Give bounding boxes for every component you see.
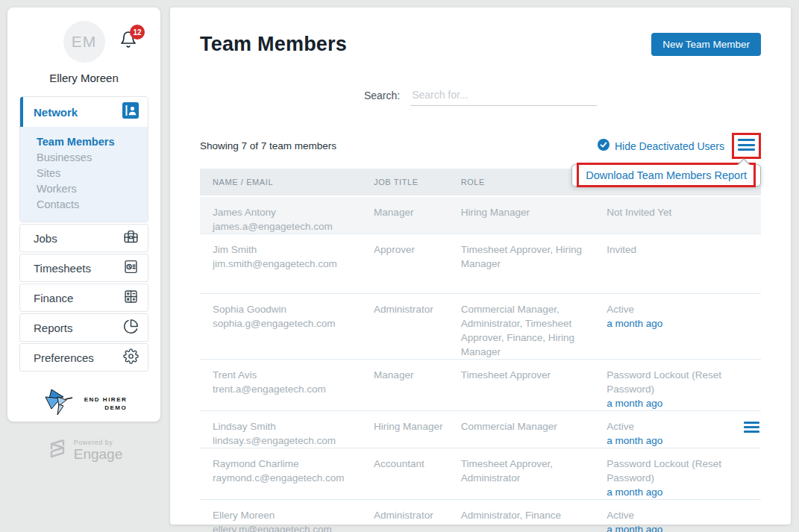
sidebar-item-sites[interactable]: Sites — [37, 166, 148, 181]
sidebar-item-jobs[interactable]: Jobs — [19, 224, 148, 252]
popover-annotation-box: Download Team Members Report — [577, 163, 756, 187]
network-icon — [122, 102, 139, 122]
sidebar-item-label: Finance — [34, 292, 73, 304]
page-title: Team Members — [200, 33, 347, 56]
member-job-title: Accountant — [374, 457, 461, 471]
member-status: Not Invited Yet — [607, 205, 739, 219]
main-panel: Team Members New Team Member Search: Sho… — [170, 7, 791, 525]
member-email: ellery.m@engagetech.com — [213, 522, 366, 532]
team-member-row[interactable]: Sophia Goodwin sophia.g@engagetech.com A… — [200, 294, 761, 360]
member-name: Raymond Charlime — [213, 457, 366, 471]
timesheet-icon — [123, 259, 139, 278]
sidebar: EM 12 Ellery Moreen Network — [7, 7, 160, 422]
network-submenu: Team MembersBusinessesSitesWorkersContac… — [20, 127, 148, 222]
hide-deactivated-toggle[interactable]: Hide Deactivated Users — [598, 139, 724, 153]
sidebar-item-team-members[interactable]: Team Members — [37, 134, 148, 150]
table-controls: Showing 7 of 7 team members Hide Deactiv… — [200, 133, 761, 159]
notifications-button[interactable]: 12 — [119, 30, 138, 51]
profile-section: EM 12 Ellery Moreen — [19, 19, 148, 84]
team-members-table: NAME / EMAIL JOB TITLE ROLE James Antony… — [200, 169, 761, 532]
member-name: James Antony — [213, 205, 366, 219]
team-member-row[interactable]: Raymond Charlime raymond.c@engagetech.co… — [200, 448, 761, 500]
search-label: Search: — [364, 90, 400, 106]
member-job-title: Manager — [374, 368, 461, 382]
row-menu-button[interactable] — [744, 419, 759, 435]
sidebar-item-finance[interactable]: Finance — [19, 284, 148, 312]
sidebar-item-businesses[interactable]: Businesses — [37, 150, 148, 166]
member-email: sophia.g@engagetech.com — [213, 316, 366, 331]
brand-bird-icon — [41, 387, 81, 421]
member-role: Administrator, Finance — [461, 508, 607, 522]
table-body: James Antony james.a@engagetech.com Mana… — [200, 197, 761, 532]
member-status: Active — [607, 508, 739, 522]
brand-text: END HIRER DEMO — [84, 395, 128, 412]
member-email: lindsay.s@engagetech.com — [213, 434, 366, 448]
column-job-title: JOB TITLE — [374, 178, 461, 187]
last-active-link[interactable]: a month ago — [607, 316, 739, 331]
sidebar-item-preferences[interactable]: Preferences — [19, 343, 148, 372]
briefcase-icon — [123, 229, 139, 248]
team-member-row[interactable]: Jim Smith jim.smith@engagetech.com Appro… — [200, 234, 761, 294]
powered-by-engage: Powered by Engage — [7, 435, 160, 466]
member-email: raymond.c@engagetech.com — [213, 471, 366, 485]
bell-icon — [119, 39, 137, 51]
member-role: Timesheet Approver — [461, 368, 607, 382]
member-name: Jim Smith — [213, 242, 366, 257]
member-email: james.a@engagetech.com — [213, 219, 366, 234]
column-name-email: NAME / EMAIL — [200, 178, 374, 187]
member-status: Active — [607, 419, 739, 434]
brand-logo: END HIRER DEMO — [19, 387, 148, 421]
sidebar-item-timesheets[interactable]: Timesheets — [19, 254, 148, 282]
team-member-row[interactable]: Ellery Moreen ellery.m@engagetech.com Ad… — [200, 500, 761, 532]
member-role: Commercial Manager — [461, 419, 607, 434]
sidebar-item-network[interactable]: Network — [20, 97, 148, 127]
last-active-link[interactable]: a month ago — [607, 522, 739, 532]
last-active-link[interactable]: a month ago — [607, 396, 739, 410]
member-job-title: Administrator — [374, 302, 461, 316]
sidebar-item-contacts[interactable]: Contacts — [37, 197, 148, 213]
last-active-link[interactable]: a month ago — [607, 485, 739, 499]
table-menu-button[interactable] — [738, 137, 755, 153]
last-active-link[interactable]: a month ago — [607, 434, 739, 448]
sidebar-item-label: Preferences — [34, 351, 94, 364]
member-role: Hiring Manager — [461, 205, 607, 219]
sidebar-menu: JobsTimesheetsFinanceReportsPreferences — [19, 224, 148, 372]
network-label: Network — [34, 106, 78, 119]
member-name: Sophia Goodwin — [213, 302, 366, 316]
team-member-row[interactable]: James Antony james.a@engagetech.com Mana… — [200, 197, 761, 234]
engage-logo-icon — [46, 435, 68, 466]
team-member-row[interactable]: Lindsay Smith lindsay.s@engagetech.com H… — [200, 411, 761, 448]
showing-count: Showing 7 of 7 team members — [200, 140, 336, 151]
member-role: Timesheet Approver, Hiring Manager — [461, 242, 607, 271]
menu-annotation-box — [732, 133, 761, 159]
calculator-icon — [123, 289, 139, 307]
member-status: Password Lockout (Reset Password) — [607, 368, 739, 396]
brand-line1: END HIRER — [84, 395, 128, 404]
pie-chart-icon — [123, 319, 139, 337]
member-name: Trent Avis — [213, 368, 366, 382]
sidebar-item-label: Reports — [34, 322, 73, 334]
download-report-menu-item[interactable]: Download Team Members Report — [586, 169, 747, 181]
gear-icon — [123, 348, 139, 367]
avatar[interactable]: EM — [63, 21, 105, 63]
powered-by-label: Powered by — [74, 439, 123, 446]
team-member-row[interactable]: Trent Avis trent.a@engagetech.com Manage… — [200, 360, 761, 411]
member-status: Active — [607, 302, 739, 316]
member-status: Password Lockout (Reset Password) — [607, 457, 739, 485]
sidebar-nav: Network Team MembersBusinessesSitesWorke… — [19, 96, 148, 372]
member-status: Invited — [607, 242, 739, 257]
new-team-member-button[interactable]: New Team Member — [651, 33, 761, 56]
member-name: Ellery Moreen — [213, 508, 366, 522]
network-group: Network Team MembersBusinessesSitesWorke… — [19, 96, 148, 222]
sidebar-item-reports[interactable]: Reports — [19, 313, 148, 342]
member-email: jim.smith@engagetech.com — [213, 257, 366, 271]
sidebar-item-workers[interactable]: Workers — [37, 181, 148, 197]
member-job-title: Approver — [374, 242, 461, 257]
member-role: Timesheet Approver, Administrator — [461, 457, 607, 485]
engage-label: Engage — [74, 446, 123, 463]
member-job-title: Hiring Manager — [374, 419, 461, 434]
sidebar-item-label: Jobs — [34, 232, 57, 245]
search-input[interactable] — [410, 86, 597, 106]
avatar-initials: EM — [72, 33, 97, 51]
member-job-title: Administrator — [374, 508, 461, 522]
